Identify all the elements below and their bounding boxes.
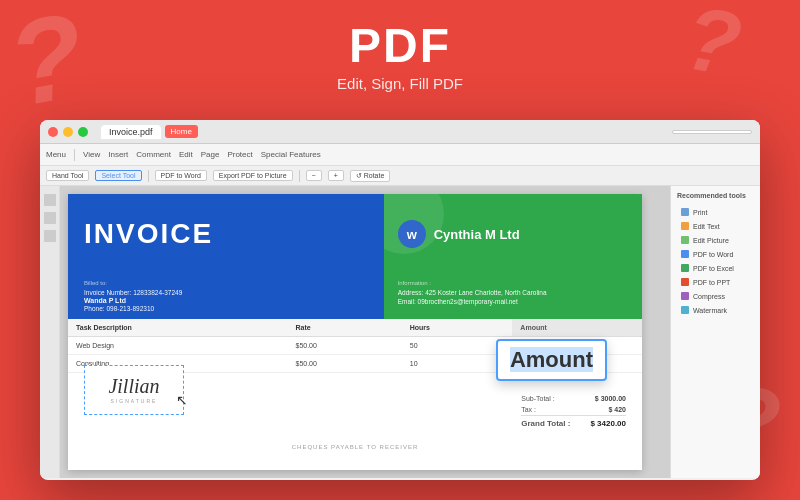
col-hours: Hours bbox=[402, 319, 513, 337]
search-box[interactable] bbox=[672, 130, 752, 134]
sidebar-icon-2[interactable] bbox=[44, 212, 56, 224]
col-amount: Amount bbox=[512, 319, 642, 337]
table-header-row: Task Description Rate Hours Amount bbox=[68, 319, 642, 337]
panel-item-edit-text[interactable]: Edit Text bbox=[677, 219, 754, 233]
menu-item-menu[interactable]: Menu bbox=[46, 150, 66, 159]
col-task: Task Description bbox=[68, 319, 287, 337]
invoice-title: INVOICE bbox=[84, 218, 213, 250]
col-rate: Rate bbox=[287, 319, 401, 337]
zoom-in-button[interactable]: + bbox=[328, 170, 344, 181]
menu-item-comment[interactable]: Comment bbox=[136, 150, 171, 159]
edit-text-label: Edit Text bbox=[693, 223, 720, 230]
panel-item-pdf-ppt[interactable]: PDF to PPT bbox=[677, 275, 754, 289]
panel-item-edit-picture[interactable]: Edit Picture bbox=[677, 233, 754, 247]
cheques-text: CHEQUES PAYABLE TO RECEIVER bbox=[292, 444, 418, 450]
panel-item-compress[interactable]: Compress bbox=[677, 289, 754, 303]
rotate-button[interactable]: ↺ Rotate bbox=[350, 170, 391, 182]
left-sidebar bbox=[40, 186, 60, 478]
toolbar2-separator bbox=[148, 170, 149, 182]
grand-total-row: Grand Total : $ 3420.00 bbox=[521, 415, 626, 430]
zoom-out-button[interactable]: − bbox=[306, 170, 322, 181]
menu-item-view[interactable]: View bbox=[83, 150, 100, 159]
menu-item-special[interactable]: Special Features bbox=[261, 150, 321, 159]
minimize-button[interactable] bbox=[63, 127, 73, 137]
app-title: PDF bbox=[0, 18, 800, 73]
sidebar-icon-3[interactable] bbox=[44, 230, 56, 242]
grand-total-label: Grand Total : bbox=[521, 419, 570, 428]
tab-invoice[interactable]: Invoice.pdf bbox=[101, 125, 161, 139]
maximize-button[interactable] bbox=[78, 127, 88, 137]
invoice-header-left: INVOICE bbox=[68, 194, 384, 274]
rate-consulting: $50.00 bbox=[287, 355, 401, 373]
content-area: INVOICE w Cynthia M Ltd Billed to: Invoi… bbox=[40, 186, 760, 478]
right-panel: Recommended tools Print Edit Text Edit P… bbox=[670, 186, 760, 478]
tax-label: Tax : bbox=[521, 406, 536, 413]
invoice-totals: Sub-Total : $ 3000.00 Tax : $ 420 Grand … bbox=[521, 393, 626, 430]
panel-item-print[interactable]: Print bbox=[677, 205, 754, 219]
amount-popup[interactable]: Amount bbox=[496, 339, 607, 381]
menu-item-insert[interactable]: Insert bbox=[108, 150, 128, 159]
info-label: Information : bbox=[398, 280, 628, 286]
secondary-toolbar: Hand Tool Select Tool PDF to Word Export… bbox=[40, 166, 760, 186]
print-label: Print bbox=[693, 209, 707, 216]
browser-window: Invoice.pdf Home Menu View Insert Commen… bbox=[40, 120, 760, 480]
panel-item-watermark[interactable]: Watermark bbox=[677, 303, 754, 317]
pdf-to-word-button[interactable]: PDF to Word bbox=[155, 170, 207, 181]
menu-item-page[interactable]: Page bbox=[201, 150, 220, 159]
subtotal-label: Sub-Total : bbox=[521, 395, 554, 402]
invoice-email: Email: 09brocthen2s@temporary-mail.net bbox=[398, 297, 628, 306]
toolbar2-separator2 bbox=[299, 170, 300, 182]
rate-webdesign: $50.00 bbox=[287, 337, 401, 355]
tab-home[interactable]: Home bbox=[165, 125, 198, 138]
invoice-header-right: w Cynthia M Ltd bbox=[384, 194, 642, 274]
tab-area: Invoice.pdf Home bbox=[101, 125, 667, 139]
watermark-icon bbox=[681, 306, 689, 314]
titlebar: Invoice.pdf Home bbox=[40, 120, 760, 144]
billed-to-label: Billed to: bbox=[84, 280, 368, 286]
close-button[interactable] bbox=[48, 127, 58, 137]
edit-text-icon bbox=[681, 222, 689, 230]
edit-picture-label: Edit Picture bbox=[693, 237, 729, 244]
task-webdesign: Web Design bbox=[68, 337, 287, 355]
edit-picture-icon bbox=[681, 236, 689, 244]
app-subtitle: Edit, Sign, Fill PDF bbox=[0, 75, 800, 92]
invoice-document: INVOICE w Cynthia M Ltd Billed to: Invoi… bbox=[68, 194, 642, 470]
invoice-header: INVOICE w Cynthia M Ltd bbox=[68, 194, 642, 274]
panel-item-pdf-excel[interactable]: PDF to Excel bbox=[677, 261, 754, 275]
panel-item-pdf-word[interactable]: PDF to Word bbox=[677, 247, 754, 261]
amount-text: Amount bbox=[510, 347, 593, 372]
invoice-info-green: Information : Address: 425 Koster Lane C… bbox=[384, 274, 642, 319]
toolbar-separator bbox=[74, 149, 75, 161]
app-header: PDF Edit, Sign, Fill PDF bbox=[0, 18, 800, 92]
client-name: Wanda P Ltd bbox=[84, 297, 368, 304]
company-logo: w bbox=[398, 220, 426, 248]
compress-icon bbox=[681, 292, 689, 300]
compress-label: Compress bbox=[693, 293, 725, 300]
cursor-pointer: ↖ bbox=[176, 392, 188, 408]
menu-item-protect[interactable]: Protect bbox=[227, 150, 252, 159]
menu-item-edit[interactable]: Edit bbox=[179, 150, 193, 159]
print-icon bbox=[681, 208, 689, 216]
signature-label: SIGNATURE bbox=[111, 398, 158, 404]
signature-box[interactable]: Jillian SIGNATURE bbox=[84, 365, 184, 415]
invoice-number: Invoice Number: 12833824-37249 bbox=[84, 288, 368, 297]
pdf-word-icon bbox=[681, 250, 689, 258]
pdf-ppt-label: PDF to PPT bbox=[693, 279, 730, 286]
tax-row: Tax : $ 420 bbox=[521, 404, 626, 415]
invoice-info-blue: Billed to: Invoice Number: 12833824-3724… bbox=[68, 274, 384, 319]
sidebar-icon-1[interactable] bbox=[44, 194, 56, 206]
hand-tool-button[interactable]: Hand Tool bbox=[46, 170, 89, 181]
tax-value: $ 420 bbox=[608, 406, 626, 413]
signature-writing: Jillian bbox=[108, 376, 159, 396]
select-tool-button[interactable]: Select Tool bbox=[95, 170, 141, 181]
pdf-excel-label: PDF to Excel bbox=[693, 265, 734, 272]
pdf-excel-icon bbox=[681, 264, 689, 272]
export-pdf-button[interactable]: Export PDF to Picture bbox=[213, 170, 293, 181]
grand-total-value: $ 3420.00 bbox=[590, 419, 626, 428]
subtotal-value: $ 3000.00 bbox=[595, 395, 626, 402]
invoice-address: Address: 425 Koster Lane Charlotte, Nort… bbox=[398, 288, 628, 297]
subtotal-row: Sub-Total : $ 3000.00 bbox=[521, 393, 626, 404]
client-phone: Phone: 098-213-892310 bbox=[84, 304, 368, 313]
watermark-label: Watermark bbox=[693, 307, 727, 314]
pdf-word-label: PDF to Word bbox=[693, 251, 733, 258]
